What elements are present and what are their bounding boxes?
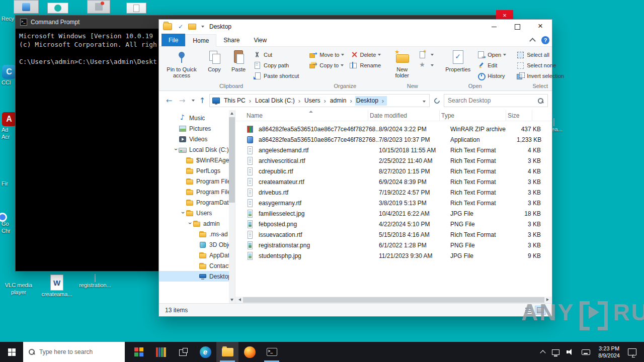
select-none-button[interactable]: Select none — [514, 60, 567, 70]
nav-tree-item[interactable]: ProgramData — [159, 197, 235, 208]
copy-path-button[interactable]: Copy path — [251, 60, 301, 70]
invert-selection-button[interactable]: Invert selection — [514, 70, 567, 81]
expand-chevron-icon[interactable] — [193, 229, 199, 239]
file-row[interactable]: cdrepublic.rtf 8/27/2020 1:15 PM Rich Te… — [235, 166, 552, 176]
nav-tree-item[interactable]: Contacts — [159, 260, 235, 271]
expand-chevron-icon[interactable] — [180, 165, 186, 176]
file-row[interactable]: febposted.png 4/22/2024 5:10 PM PNG File… — [235, 219, 552, 229]
tab-file[interactable]: File — [162, 34, 185, 46]
minimize-button[interactable] — [482, 20, 506, 34]
cut-button[interactable]: Cut — [251, 49, 301, 60]
qat-properties-button[interactable] — [176, 22, 185, 31]
maximize-button[interactable] — [506, 20, 529, 34]
volume-button[interactable] — [563, 342, 578, 362]
hidden-icons-button[interactable] — [537, 342, 548, 362]
column-header-name[interactable]: Name — [235, 110, 368, 121]
edit-button[interactable]: Edit — [474, 60, 509, 70]
address-bar[interactable]: This PCLocal Disk (C:)UsersadminDesktop — [209, 94, 430, 107]
scrollbar-thumb[interactable] — [243, 297, 544, 303]
nav-tree-item[interactable]: admin — [159, 218, 235, 229]
desktop-icon[interactable]: createama... — [39, 275, 74, 298]
scrollbar-thumb[interactable] — [229, 117, 235, 203]
file-row[interactable]: a864282fea5a536510ae86c77ce46f782768... … — [235, 124, 552, 134]
expand-chevron-icon[interactable] — [180, 176, 186, 187]
nav-tree-item[interactable]: Program Files — [159, 176, 235, 187]
nav-tree-item[interactable]: Videos — [159, 134, 235, 144]
taskbar-search[interactable] — [23, 342, 125, 362]
breadcrumb-segment[interactable]: Desktop — [355, 96, 387, 106]
nav-tree-item[interactable]: Program Files — [159, 187, 235, 197]
taskbar-search-input[interactable] — [39, 348, 120, 355]
nav-tree-item[interactable]: AppData — [159, 250, 235, 260]
horizontal-scrollbar[interactable] — [235, 297, 552, 303]
paste-shortcut-button[interactable]: Paste shortcut — [251, 70, 301, 81]
collapse-ribbon-button[interactable] — [526, 34, 539, 46]
scroll-left-arrow[interactable] — [236, 297, 243, 303]
desktop-icon[interactable]: VLC media player — [1, 275, 36, 296]
expand-chevron-icon[interactable] — [193, 239, 199, 250]
refresh-button[interactable] — [431, 95, 443, 107]
tab-share[interactable]: Share — [216, 34, 247, 46]
file-row[interactable]: drivebus.rtf 7/19/2022 4:57 PM Rich Text… — [235, 187, 552, 198]
expand-chevron-icon[interactable] — [180, 197, 186, 208]
tab-home[interactable]: Home — [185, 34, 216, 47]
expand-chevron-icon[interactable] — [180, 155, 186, 165]
file-row[interactable]: easygermany.rtf 3/8/2019 5:13 PM Rich Te… — [235, 198, 552, 208]
taskbar-library-button[interactable] — [150, 342, 172, 362]
forward-button[interactable] — [176, 95, 188, 107]
nav-tree-item[interactable]: PerfLogs — [159, 165, 235, 176]
file-row[interactable]: a864282fea5a536510ae86c77ce46f782768... … — [235, 134, 552, 145]
file-row[interactable]: familiesselect.jpg 10/4/2021 6:22 AM JPG… — [235, 208, 552, 219]
explorer-search[interactable] — [444, 94, 548, 107]
copy-button[interactable]: Copy — [202, 48, 226, 73]
recent-locations-dropdown[interactable] — [189, 95, 195, 107]
column-header-date-modified[interactable]: Date modified — [368, 110, 440, 121]
desktop-icon[interactable]: registration... — [77, 275, 113, 289]
breadcrumb-segment[interactable]: Local Disk (C:) — [254, 96, 303, 106]
taskbar-pinned-app-button[interactable] — [128, 342, 150, 362]
move-to-button[interactable]: Move to — [306, 49, 347, 60]
up-button[interactable] — [196, 95, 208, 107]
nav-tree-item[interactable]: $WinREAgent — [159, 155, 235, 165]
pin-to-quick-access-button[interactable]: Pin to Quick access — [161, 48, 202, 79]
tab-view[interactable]: View — [247, 34, 274, 46]
close-button[interactable] — [496, 10, 513, 20]
expand-chevron-icon[interactable] — [180, 208, 186, 218]
expand-chevron-icon[interactable] — [193, 271, 199, 282]
expand-chevron-icon[interactable] — [193, 260, 199, 271]
taskbar-edge-button[interactable] — [194, 342, 216, 362]
nav-scrollbar[interactable] — [229, 110, 235, 303]
taskbar-file-explorer-button[interactable] — [216, 342, 238, 362]
expand-chevron-icon[interactable] — [173, 144, 179, 155]
nav-tree-item[interactable]: Local Disk (C:) — [159, 144, 235, 155]
nav-tree-item[interactable]: Desktop — [159, 271, 235, 282]
breadcrumb-segment[interactable]: admin — [329, 96, 355, 106]
touch-keyboard-button[interactable] — [578, 342, 594, 362]
expand-chevron-icon[interactable] — [173, 134, 179, 144]
expand-chevron-icon[interactable] — [193, 250, 199, 260]
file-row[interactable]: createamateur.rtf 6/9/2024 8:39 PM Rich … — [235, 176, 552, 187]
file-row[interactable]: registrationstar.png 6/1/2022 1:28 PM PN… — [235, 240, 552, 250]
column-header-size[interactable]: Size — [506, 110, 532, 121]
rename-button[interactable]: Rename — [347, 60, 383, 70]
new-item-button[interactable] — [416, 49, 436, 60]
expand-chevron-icon[interactable] — [180, 187, 186, 197]
file-row[interactable]: issuevacation.rtf 5/15/2018 4:16 AM Rich… — [235, 229, 552, 240]
taskbar-clock[interactable]: 3:23 PM 8/9/2024 — [594, 345, 624, 359]
history-button[interactable]: History — [474, 70, 509, 81]
breadcrumb-segment[interactable]: This PC — [223, 96, 254, 106]
close-button[interactable] — [529, 20, 552, 34]
expand-chevron-icon[interactable] — [173, 123, 179, 134]
select-all-button[interactable]: Select all — [514, 49, 567, 60]
copy-to-button[interactable]: Copy to — [306, 60, 347, 70]
background-window-fragment[interactable] — [126, 3, 146, 14]
column-header-type[interactable]: Type — [440, 110, 506, 121]
file-row[interactable]: archivescritical.rtf 2/25/2022 11:40 AM … — [235, 155, 552, 166]
paste-button[interactable]: Paste — [226, 48, 251, 73]
start-button[interactable] — [0, 342, 23, 362]
background-window-fragment[interactable] — [87, 0, 110, 14]
expand-chevron-icon[interactable] — [187, 218, 193, 229]
scroll-down-arrow[interactable] — [229, 297, 235, 303]
back-button[interactable] — [163, 95, 175, 107]
scroll-up-arrow[interactable] — [229, 110, 235, 117]
